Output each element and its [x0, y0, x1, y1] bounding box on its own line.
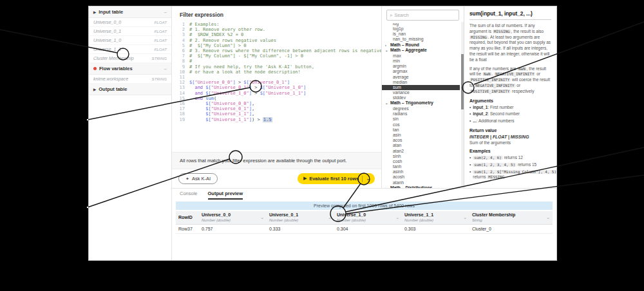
code-line-content: # If you need help, try the 'Ask K-AI' b… [189, 64, 314, 70]
sort-chevron-icon[interactable]: ⌄ [328, 215, 332, 220]
function-item-atan2[interactable]: atan2 [382, 149, 460, 154]
tab-console[interactable]: Console [180, 191, 198, 200]
sidebar-column-item[interactable]: Universe_1_1FLOAT [89, 45, 171, 54]
chevron-right-icon: ▶ [93, 10, 96, 14]
function-item-tanh[interactable]: tanh [382, 164, 460, 169]
line-number: 10 [176, 70, 185, 75]
preview-tabs: ConsoleOutput preview [172, 189, 556, 200]
example-text: sum(1, 2, $["Missing Column"], 4, 5) ret… [473, 169, 556, 181]
function-item-cosh[interactable]: cosh [382, 159, 460, 164]
function-item-sum[interactable]: sum [382, 85, 460, 90]
column-header-type: Number (double) [202, 218, 231, 223]
code-line-content: # $["My Column"] - $["My Column", -1] > … [189, 53, 303, 59]
function-category-math-trigonometry[interactable]: ⌄Math – Trigonometry [382, 100, 460, 106]
error-dot-icon [93, 67, 97, 70]
function-item-acos[interactable]: acos [382, 138, 460, 143]
code-token: ] [287, 80, 290, 85]
function-item-argmin[interactable]: argmin [382, 64, 460, 69]
doc-function-signature: sum(input_1, input_2, ...) [469, 10, 551, 20]
column-header-name: Universe_1_1 [404, 212, 433, 218]
code-line: 6# 3. Remove rows where the difference b… [176, 48, 380, 53]
scrollbar-thumb[interactable] [461, 54, 464, 109]
sidebar-section-output-table[interactable]: ▶Output table [89, 84, 171, 95]
line-number: 7 [176, 53, 185, 59]
function-item-cos[interactable]: cos [382, 122, 460, 127]
column-header-type: Number (double) [269, 218, 298, 223]
ask-kai-button[interactable]: ✦ Ask K-AI [178, 173, 218, 184]
main-area: Filter expression 1# Examples:2# 1. Remo… [172, 6, 556, 260]
sidebar-column-item[interactable]: Universe_0_1FLOAT [89, 27, 171, 36]
code-token: "Universe_1_0" [265, 85, 303, 90]
tab-output-preview[interactable]: Output preview [208, 191, 243, 200]
columns-sidebar: ▶Input table–Universe_0_0FLOATUniverse_0… [89, 6, 172, 260]
sort-chevron-icon[interactable]: ⌄ [546, 215, 550, 220]
header-cell-text: RowID [178, 215, 193, 221]
function-item-variance[interactable]: variance [382, 90, 460, 95]
code-line-content: # 2. Remove rows negative values [189, 38, 276, 43]
function-item-is_nan[interactable]: is_nan [382, 32, 460, 37]
function-item-min[interactable]: min [382, 59, 460, 64]
evaluate-button-group: ▶ Evaluate first 10 rows ⌄ [298, 173, 375, 184]
code-token: ( [214, 96, 216, 101]
line-number: 19 [176, 117, 185, 122]
function-list-scrollbar[interactable] [461, 22, 464, 187]
function-category-math-aggregate[interactable]: ⌄Math – Aggregate [382, 48, 460, 53]
function-item-acosh[interactable]: acosh [382, 174, 460, 180]
code-token: "Universe_0_1" [211, 85, 249, 90]
expression-editor-window: ▶Input table–Universe_0_0FLOATUniverse_0… [89, 6, 556, 260]
preview-banner-text: Preview computed on first 1000 rows of 5… [314, 203, 415, 208]
function-item-argmax[interactable]: argmax [382, 69, 460, 74]
search-input[interactable] [394, 13, 456, 17]
doc-return-desc: Sum of the arguments [469, 140, 551, 145]
evaluate-dropdown-button[interactable]: ⌄ [366, 176, 370, 182]
function-item-sin[interactable]: sin [382, 117, 460, 122]
function-item-radians[interactable]: radians [382, 111, 460, 117]
preview-banner: Preview computed on first 1000 rows of 5… [176, 202, 553, 210]
doc-text: returns [473, 174, 487, 179]
function-search[interactable]: ⌕ [386, 10, 459, 21]
function-item-tan[interactable]: tan [382, 127, 460, 133]
sidebar-column-item[interactable]: Cluster MembershipSTRING [89, 54, 171, 63]
sidebar-column-item[interactable]: knime.workspaceSTRING [89, 75, 171, 84]
function-item-asin[interactable]: asin [382, 133, 460, 138]
function-item-asinh[interactable]: asinh [382, 169, 460, 174]
function-item-sinh[interactable]: sinh [382, 154, 460, 159]
sort-chevron-icon[interactable]: ⌄ [260, 215, 264, 220]
code-line-content: $["Universe_0_0"] > $["Universe_0_1"] [189, 80, 290, 85]
category-label: Math – Distributions [390, 185, 432, 188]
code-token [189, 106, 205, 111]
code-line-content: and $["Universe_1_0"] > $["Universe_1_1"… [189, 91, 306, 96]
code-token: # If you need help, try the 'Ask K-AI' b… [189, 64, 314, 70]
evaluate-button[interactable]: ▶ Evaluate first 10 rows [303, 176, 359, 182]
sidebar-column-item[interactable]: Universe_0_0FLOAT [89, 18, 171, 27]
doc-examples-heading: Examples [469, 149, 551, 153]
sidebar-column-item[interactable]: Universe_1_0FLOAT [89, 36, 171, 45]
function-list: loglog1pis_nannan_to_missing›Math – Roun… [382, 23, 464, 188]
sort-chevron-icon[interactable]: ⌄ [395, 215, 399, 220]
code-line-content: # [189, 59, 192, 64]
function-item-max[interactable]: max [382, 53, 460, 59]
function-item-nan_to_missing[interactable]: nan_to_missing [382, 37, 460, 42]
function-category-math-round[interactable]: ›Math – Round [382, 42, 460, 48]
function-item-atanh[interactable]: atanh [382, 180, 460, 185]
argument-desc: : Second number [488, 111, 520, 116]
sort-chevron-icon[interactable]: ⌄ [463, 215, 467, 220]
output-port-message: All rows that match your filter expressi… [172, 152, 381, 169]
sidebar-section-input-table[interactable]: ▶Input table– [89, 6, 171, 18]
function-item-average[interactable]: average [382, 75, 460, 80]
code-editor[interactable]: 1# Examples:2# 1. Remove every other row… [172, 21, 381, 152]
function-category-math-distributions[interactable]: ›Math – Distributions [382, 185, 460, 188]
bullet-icon: • [469, 169, 471, 181]
function-item-median[interactable]: median [382, 80, 460, 85]
inline-code: POSITIVE_INFINITY [469, 78, 511, 82]
function-item-atan[interactable]: atan [382, 143, 460, 148]
column-header-name: Cluster Membership [472, 212, 515, 218]
bullet-icon: • [469, 105, 471, 111]
table-row[interactable]: Row370.7570.3330.3040.303Cluster_0 [176, 225, 553, 234]
function-item-stddev[interactable]: stddev [382, 95, 460, 100]
doc-paragraph: The sum of a list of numbers. If any arg… [469, 23, 551, 63]
function-item-log1p[interactable]: log1p [382, 26, 460, 32]
code-token: > [252, 91, 260, 96]
function-item-degrees[interactable]: degrees [382, 106, 460, 111]
sidebar-section-flow-variables[interactable]: Flow variables– [89, 63, 171, 75]
